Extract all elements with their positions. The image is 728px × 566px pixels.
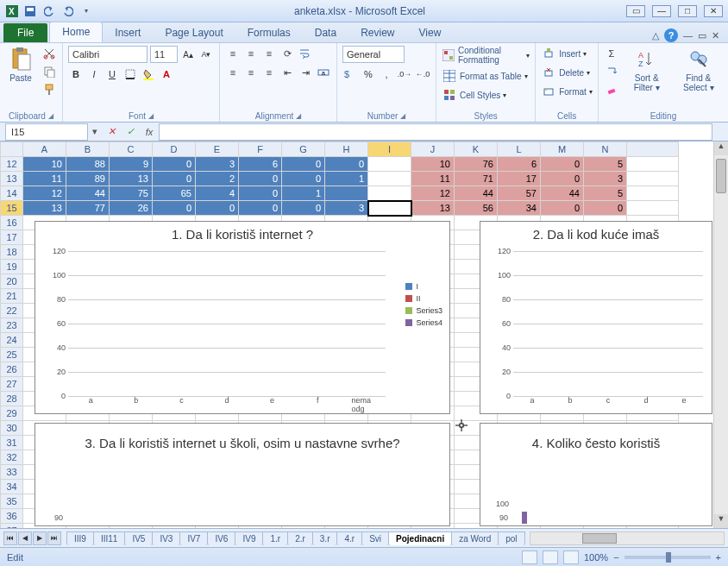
tab-home[interactable]: Home [49, 22, 103, 42]
row-header-37[interactable]: 37 [1, 524, 23, 529]
col-header-F[interactable]: F [239, 142, 282, 157]
cell-styles-button[interactable]: Cell Styles▾ [442, 87, 506, 103]
vertical-scrollbar[interactable]: ▲ ▼ [713, 142, 728, 528]
find-select-button[interactable]: Find & Select ▾ [675, 46, 723, 94]
cell[interactable] [368, 201, 411, 216]
row-header-20[interactable]: 20 [1, 274, 23, 289]
clear-icon[interactable] [604, 82, 619, 97]
cell[interactable]: 12 [23, 186, 66, 201]
sheet-tab-III9[interactable]: III9 [66, 531, 94, 545]
cell[interactable]: 34 [498, 201, 541, 216]
cell[interactable]: 6 [498, 157, 541, 172]
row-header-26[interactable]: 26 [1, 362, 23, 377]
row-header-17[interactable]: 17 [1, 230, 23, 245]
merge-center-icon[interactable]: a [316, 65, 331, 80]
tab-formulas[interactable]: Formulas [235, 23, 303, 42]
workbook-restore-button[interactable]: ▭ [698, 30, 706, 41]
dialog-launcher-icon[interactable]: ◢ [148, 112, 154, 120]
cell[interactable]: 2 [196, 172, 239, 186]
col-header-G[interactable]: G [282, 142, 325, 157]
bold-icon[interactable]: B [68, 66, 84, 82]
col-header-D[interactable]: D [153, 142, 196, 157]
close-button[interactable]: ✕ [704, 5, 723, 17]
redo-icon[interactable] [60, 3, 76, 19]
dialog-launcher-icon[interactable]: ◢ [296, 112, 301, 120]
cell[interactable]: 12 [411, 186, 455, 201]
delete-cells-button[interactable]: Delete▾ [541, 65, 590, 80]
ribbon-minimize-button[interactable]: ▭ [626, 5, 645, 17]
cell[interactable] [368, 186, 411, 201]
col-header-B[interactable]: B [66, 142, 110, 157]
col-header-C[interactable]: C [110, 142, 153, 157]
row-header-24[interactable]: 24 [1, 333, 23, 348]
wrap-text-icon[interactable] [298, 46, 313, 61]
enter-icon[interactable]: ✓ [122, 126, 138, 137]
maximize-button[interactable]: □ [678, 5, 697, 17]
cell[interactable]: 0 [239, 201, 282, 216]
cell[interactable]: 6 [239, 157, 282, 172]
name-box[interactable]: I15 [5, 123, 88, 141]
page-layout-view-icon[interactable] [543, 550, 558, 564]
dialog-launcher-icon[interactable]: ◢ [400, 112, 405, 120]
cell[interactable]: 9 [110, 157, 153, 172]
cell[interactable]: 3 [196, 157, 239, 172]
cell[interactable]: 65 [153, 186, 196, 201]
namebox-dropdown-icon[interactable]: ▾ [88, 126, 102, 137]
tab-review[interactable]: Review [348, 23, 406, 42]
sheet-tab-IV9[interactable]: IV9 [235, 531, 263, 545]
border-icon[interactable] [122, 66, 138, 82]
align-left-icon[interactable]: ≡ [225, 65, 241, 80]
cell[interactable]: 1 [325, 172, 368, 186]
row-header-13[interactable]: 13 [1, 172, 23, 186]
cell[interactable]: 0 [584, 201, 627, 216]
save-icon[interactable] [22, 3, 38, 19]
page-break-view-icon[interactable] [563, 550, 579, 564]
qat-dropdown-icon[interactable]: ▾ [79, 4, 93, 18]
sheet-tab-Pojedinacni[interactable]: Pojedinacni [388, 531, 452, 545]
cell[interactable] [368, 157, 411, 172]
scroll-up-icon[interactable]: ▲ [714, 142, 728, 155]
zoom-level[interactable]: 100% [584, 552, 608, 563]
align-right-icon[interactable]: ≡ [261, 65, 277, 80]
sheet-tab-za Word[interactable]: za Word [451, 531, 499, 545]
sheet-tab-IV6[interactable]: IV6 [207, 531, 235, 545]
row-header-33[interactable]: 33 [1, 465, 23, 480]
cut-icon[interactable] [41, 46, 57, 61]
zoom-in-icon[interactable]: + [716, 552, 721, 563]
accounting-format-icon[interactable]: $ [342, 66, 358, 82]
workbook-minimize-button[interactable]: — [683, 30, 693, 41]
cell[interactable]: 13 [411, 201, 455, 216]
col-header-H[interactable]: H [325, 142, 368, 157]
col-header-N[interactable]: N [584, 142, 627, 157]
file-tab[interactable]: File [3, 23, 47, 42]
format-as-table-button[interactable]: Format as Table▾ [442, 68, 528, 84]
row-header-23[interactable]: 23 [1, 318, 23, 333]
sheet-tab-IV7[interactable]: IV7 [179, 531, 208, 545]
cell[interactable]: 57 [498, 186, 541, 201]
cell[interactable]: 44 [541, 186, 584, 201]
cell[interactable]: 5 [584, 186, 627, 201]
row-header-28[interactable]: 28 [1, 392, 23, 406]
fill-icon[interactable] [604, 64, 619, 79]
sheet-nav-prev-icon[interactable]: ◀ [18, 531, 32, 545]
cell[interactable]: 13 [110, 172, 153, 186]
row-header-21[interactable]: 21 [1, 289, 23, 304]
cell[interactable]: 1 [282, 186, 325, 201]
tab-insert[interactable]: Insert [103, 23, 153, 42]
format-cells-button[interactable]: Format▾ [541, 84, 593, 99]
decrease-indent-icon[interactable]: ⇤ [279, 65, 295, 80]
tab-data[interactable]: Data [303, 23, 348, 42]
zoom-slider[interactable] [624, 556, 711, 559]
cell[interactable]: 0 [325, 157, 368, 172]
fill-color-icon[interactable] [141, 66, 156, 82]
increase-decimal-icon[interactable]: .0→ [397, 66, 412, 82]
format-painter-icon[interactable] [41, 82, 57, 97]
col-header-J[interactable]: J [411, 142, 455, 157]
select-all-cell[interactable] [1, 142, 23, 157]
col-header-L[interactable]: L [498, 142, 541, 157]
ribbon-expand-icon[interactable]: △ [652, 30, 659, 41]
font-size-select[interactable]: 11 [150, 46, 178, 63]
col-header-K[interactable]: K [455, 142, 498, 157]
col-header-A[interactable]: A [23, 142, 66, 157]
cell[interactable]: 3 [584, 172, 627, 186]
